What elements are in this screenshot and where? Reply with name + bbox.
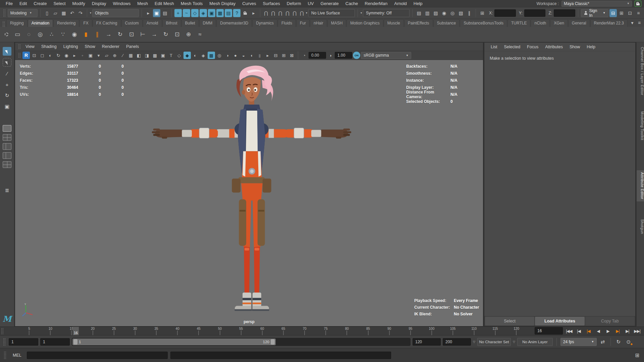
gear-icon[interactable] <box>5 33 8 36</box>
cycle-icon[interactable]: ↻ <box>161 29 171 40</box>
select-object-mask-icon[interactable]: ▣ <box>153 9 160 17</box>
sidebar-toggle-toolsettings-icon[interactable]: ⊡ <box>626 9 634 17</box>
playback-end-field[interactable]: 120 <box>413 338 441 346</box>
current-frame-field[interactable]: 16 <box>535 327 563 335</box>
viewport-menu-item[interactable]: Show <box>82 44 98 50</box>
default-material-icon[interactable]: ▩ <box>208 52 215 59</box>
menu-item[interactable]: Display <box>89 0 109 7</box>
menu-item[interactable]: UV <box>305 0 317 7</box>
textured-icon[interactable]: ◐ <box>192 52 199 59</box>
history-magnet-icon[interactable]: ⋂ <box>277 9 283 17</box>
shelf-tab[interactable]: Domemaster3D <box>216 19 252 27</box>
snap-to-curve-icon[interactable]: ~ <box>183 9 190 17</box>
break-magnet-icon[interactable]: ⋂ <box>299 9 305 17</box>
menu-item[interactable]: Mesh Tools <box>178 0 206 7</box>
menu-item[interactable]: File <box>3 0 16 7</box>
menu-item[interactable]: Modify <box>69 0 88 7</box>
copy-tab-button[interactable]: Copy Tab <box>585 317 635 325</box>
workspace-selector[interactable]: Maya Classic* ▼ <box>561 1 632 7</box>
playback-start-field[interactable]: 1 <box>40 338 70 346</box>
chevron-down-icon[interactable]: ▾ <box>306 11 307 14</box>
menu-item[interactable]: RenderMan <box>362 0 390 7</box>
menu-item[interactable]: Surfaces <box>260 0 283 7</box>
attribute-editor-menu-item[interactable]: Attributes <box>542 44 566 50</box>
all-lights-icon[interactable]: ◈ <box>200 52 207 59</box>
shelf-tab[interactable]: DMM <box>199 19 216 27</box>
open-scene-icon[interactable]: ▱ <box>52 9 59 17</box>
select-component-mask-icon[interactable]: ▤ <box>161 9 169 17</box>
grip-handle[interactable] <box>18 44 20 49</box>
wireframe-icon[interactable]: ◇ <box>175 52 183 59</box>
resolution-gate-icon[interactable]: ◧ <box>135 52 143 59</box>
chevron-down-icon[interactable]: ▽ <box>513 340 515 344</box>
set-breakdown-icon[interactable]: ∥ <box>92 29 102 40</box>
snap-to-view-plane-icon[interactable]: ▣ <box>208 9 215 17</box>
render-frame-icon[interactable]: ▤ <box>415 9 423 17</box>
viewport-content[interactable]: Verts: 15877 0 0 Edges: 33117 0 0 <box>15 60 483 326</box>
timeline-playhead[interactable]: 16 <box>73 327 79 335</box>
gate-mask-icon[interactable]: ◨ <box>143 52 151 59</box>
output-connections-magnet-icon[interactable]: ⋂ <box>270 9 276 17</box>
shelf-tab[interactable]: Rendering <box>53 19 79 27</box>
playblast-arrow-icon[interactable]: → <box>104 29 114 40</box>
render-ball-icon[interactable]: ◉ <box>440 9 448 17</box>
shelf-tab[interactable]: Fluids <box>278 19 296 27</box>
sign-in-button[interactable]: Sign In ▼ <box>581 9 608 17</box>
gamma-icon[interactable]: ◑ <box>327 52 334 59</box>
animation-preferences-icon[interactable]: ↻ <box>614 338 623 346</box>
menu-item[interactable]: Arnold <box>391 0 410 7</box>
go-to-start-button[interactable]: |◀◀ <box>564 327 574 335</box>
layout-custom-button[interactable] <box>3 161 11 168</box>
panel-layout-icon[interactable]: ⊡ <box>31 52 38 59</box>
load-attributes-button[interactable]: Load Attributes <box>535 317 584 325</box>
safe-action-icon[interactable]: ▣ <box>159 52 167 59</box>
play-range-icon[interactable]: → <box>149 29 159 40</box>
menu-item[interactable]: Mesh <box>134 0 151 7</box>
select-button[interactable]: Select <box>485 317 534 325</box>
viewport-menu-item[interactable]: Panels <box>123 44 142 50</box>
exposure-input[interactable]: 0.00 <box>309 52 326 59</box>
gradient-bg-icon[interactable]: ◐ <box>47 52 54 59</box>
menu-item[interactable]: Edit <box>16 0 30 7</box>
set-range-icon[interactable]: ⊢ <box>138 29 148 40</box>
grip-handle[interactable] <box>4 352 6 359</box>
attribute-editor-menu-item[interactable]: Selected <box>501 44 523 50</box>
shelf-tab[interactable]: XGen <box>550 19 568 27</box>
shelf-tab[interactable]: Substance <box>433 19 460 27</box>
fps-selector[interactable]: 24 fps ▼ <box>560 338 597 346</box>
shelf-tab[interactable]: Rigging <box>6 19 28 27</box>
anim-layer-selector[interactable]: No Anim Layer <box>517 338 553 346</box>
menu-item[interactable]: Create <box>31 0 50 7</box>
range-start-handle[interactable] <box>73 339 77 345</box>
redo-icon[interactable]: ↷ <box>77 9 84 17</box>
menu-item[interactable]: Select <box>50 0 68 7</box>
shelf-tab[interactable]: RenderMan 22.3 <box>590 19 628 27</box>
workspace-lock-icon[interactable] <box>635 1 641 7</box>
script-editor-icon[interactable]: ⊞ <box>633 351 641 359</box>
attribute-editor-menu-item[interactable]: Focus <box>524 44 541 50</box>
play-backwards-button[interactable]: ◀ <box>593 327 603 335</box>
command-input[interactable] <box>27 352 168 359</box>
y-input[interactable] <box>524 9 546 17</box>
grip-handle[interactable] <box>3 21 5 27</box>
scale-tool[interactable]: ▣ <box>3 102 11 111</box>
play-forwards-button[interactable]: ▶ <box>603 327 613 335</box>
multisample-icon[interactable]: ◖ <box>248 52 255 59</box>
ao-icon[interactable]: ● <box>232 52 239 59</box>
playback-loop-icon[interactable]: ⇄ <box>599 338 607 346</box>
range-slider-bar[interactable]: 1 120 <box>72 339 276 345</box>
split-panel-icon[interactable]: ⊟ <box>272 52 279 59</box>
shelf-tab[interactable]: TURTLE <box>507 19 530 27</box>
range-end-handle[interactable] <box>271 339 275 345</box>
renderman-icon[interactable]: R <box>22 52 30 59</box>
menu-set-selector[interactable]: Modeling ▼ <box>8 9 38 17</box>
snap-to-grid-icon[interactable]: + <box>174 9 182 17</box>
z-input[interactable] <box>554 9 575 17</box>
menu-item[interactable]: Curves <box>239 0 259 7</box>
menu-item[interactable]: Edit Mesh <box>152 0 177 7</box>
shelf-tab[interactable]: MASH <box>327 19 346 27</box>
chevron-down-icon[interactable]: ▾ <box>90 11 91 14</box>
constraint-magnet-icon[interactable]: ⋂ <box>284 9 290 17</box>
viewport-menu-item[interactable]: Lighting <box>60 44 81 50</box>
animation-start-field[interactable]: 1 <box>9 338 38 346</box>
